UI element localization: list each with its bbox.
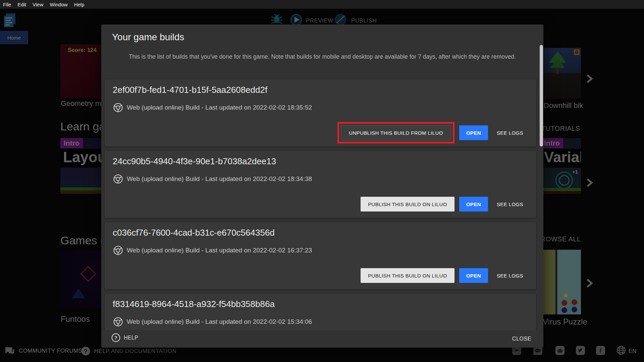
chrome-icon — [113, 102, 123, 113]
publish-build-button[interactable]: PUBLISH THIS BUILD ON LILUO — [361, 197, 454, 212]
open-build-button[interactable]: OPEN — [459, 268, 488, 283]
help-circle-icon: ? — [111, 333, 120, 342]
build-card: 24cc90b5-4940-4f3e-90e1-b7038a2dee13 Web… — [105, 151, 536, 218]
publish-build-button[interactable]: PUBLISH THIS BUILD ON LILUO — [361, 268, 454, 283]
menu-bar: File Edit View Window Help — [0, 0, 644, 9]
help-button[interactable]: ? HELP — [111, 333, 138, 342]
dialog-scrollbar[interactable] — [540, 45, 543, 146]
menu-help[interactable]: Help — [74, 2, 85, 7]
see-logs-button[interactable]: SEE LOGS — [493, 197, 527, 212]
see-logs-button[interactable]: SEE LOGS — [493, 125, 527, 140]
unpublish-build-button[interactable]: UNPUBLISH THIS BUILD FROM LILUO — [341, 125, 451, 140]
svg-text:?: ? — [114, 335, 118, 341]
build-subtitle: Web (upload online) Build - Last updated… — [127, 175, 312, 183]
dialog-content: Your game builds This is the list of bui… — [101, 24, 543, 330]
menu-file[interactable]: File — [3, 2, 11, 7]
build-card: c036cf76-7600-4cad-b31c-e670c564356d Web… — [105, 222, 536, 289]
dialog-footer: ? HELP CLOSE — [101, 330, 543, 348]
chrome-icon — [113, 316, 123, 327]
menu-edit[interactable]: Edit — [17, 2, 26, 7]
menu-window[interactable]: Window — [50, 2, 67, 7]
build-subtitle: Web (upload online) Build - Last updated… — [127, 247, 312, 254]
chrome-icon — [113, 245, 123, 256]
open-build-button[interactable]: OPEN — [459, 197, 488, 212]
build-id: 24cc90b5-4940-4f3e-90e1-b7038a2dee13 — [113, 156, 276, 167]
open-build-button[interactable]: OPEN — [459, 125, 488, 140]
build-card: f8314619-8964-4518-a932-f54bb358b86a Web… — [105, 294, 536, 330]
build-id: c036cf76-7600-4cad-b31c-e670c564356d — [113, 228, 275, 238]
menu-view[interactable]: View — [33, 2, 43, 7]
dialog-description: This is the list of builds that you've d… — [128, 52, 517, 61]
dialog-title: Your game builds — [112, 32, 184, 43]
annotation-highlight: UNPUBLISH THIS BUILD FROM LILUO — [337, 122, 454, 143]
see-logs-button[interactable]: SEE LOGS — [493, 268, 527, 283]
close-button[interactable]: CLOSE — [509, 333, 535, 345]
build-id: f8314619-8964-4518-a932-f54bb358b86a — [113, 299, 275, 309]
build-card: 2ef00f7b-fed1-4701-b15f-5aa2608edd2f Web… — [105, 79, 536, 146]
game-builds-dialog: Your game builds This is the list of bui… — [101, 24, 543, 348]
app-window: File Edit View Window Help Home — [0, 0, 644, 362]
build-id: 2ef00f7b-fed1-4701-b15f-5aa2608edd2f — [113, 85, 267, 95]
build-subtitle: Web (upload online) Build - Last updated… — [127, 104, 312, 111]
build-subtitle: Web (upload online) Build - Last updated… — [127, 318, 312, 325]
chrome-icon — [113, 174, 123, 184]
